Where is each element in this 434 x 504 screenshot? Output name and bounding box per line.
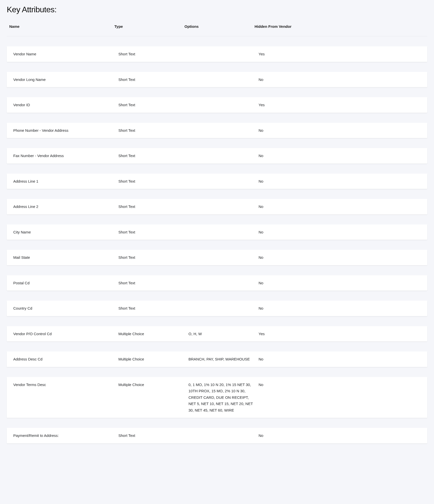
attribute-hidden: No [256, 76, 423, 83]
attribute-name: Payment/Remit to Address: [11, 432, 116, 439]
attribute-options: 0, 1 MO, 1% 10 N 20, 1% 15 NET 30, 10TH … [186, 382, 256, 414]
attribute-type: Short Text [116, 102, 186, 108]
attribute-hidden: No [256, 280, 423, 286]
header-name: Name [7, 24, 112, 29]
attribute-type: Short Text [116, 280, 186, 286]
table-header: Name Type Options Hidden From Vendor [7, 21, 427, 36]
attribute-name: Vendor P/O Control Cd [11, 331, 116, 337]
key-attributes-section: Key Attributes: Name Type Options Hidden… [7, 5, 427, 443]
attribute-name: Vendor ID [11, 102, 116, 108]
attribute-hidden: No [256, 432, 423, 439]
attribute-name: Postal Cd [11, 280, 116, 286]
attribute-type: Multiple Choice [116, 356, 186, 362]
attribute-rows: Vendor NameShort TextYesVendor Long Name… [7, 46, 427, 443]
attribute-hidden: No [256, 382, 423, 388]
attribute-row[interactable]: Mail StateShort TextNo [7, 250, 427, 265]
attribute-name: City Name [11, 229, 116, 235]
attribute-type: Multiple Choice [116, 331, 186, 337]
header-options: Options [182, 24, 252, 29]
attribute-row[interactable]: City NameShort TextNo [7, 224, 427, 240]
attribute-type: Short Text [116, 178, 186, 185]
attribute-hidden: No [256, 203, 423, 210]
section-title: Key Attributes: [7, 5, 427, 14]
attribute-row[interactable]: Payment/Remit to Address:Short TextNo [7, 428, 427, 443]
header-type: Type [112, 24, 182, 29]
attribute-type: Short Text [116, 76, 186, 83]
attribute-name: Vendor Terms Desc [11, 382, 116, 388]
attribute-row[interactable]: Fax Number - Vendor AddressShort TextNo [7, 148, 427, 164]
attribute-type: Short Text [116, 254, 186, 261]
attribute-row[interactable]: Phone Number - Vendor AddressShort TextN… [7, 123, 427, 138]
header-hidden: Hidden From Vendor [252, 24, 427, 29]
attribute-row[interactable]: Address Line 1Short TextNo [7, 174, 427, 189]
attribute-type: Short Text [116, 203, 186, 210]
attribute-name: Address Line 1 [11, 178, 116, 185]
attribute-hidden: No [256, 305, 423, 312]
attribute-hidden: No [256, 254, 423, 261]
attribute-hidden: Yes [256, 331, 423, 337]
attribute-options: BRANCH, PAY, SHIP, WAREHOUSE [186, 356, 256, 362]
attribute-name: Vendor Name [11, 51, 116, 57]
attribute-type: Short Text [116, 305, 186, 312]
attribute-row[interactable]: Country CdShort TextNo [7, 301, 427, 316]
attribute-hidden: Yes [256, 102, 423, 108]
attribute-row[interactable]: Postal CdShort TextNo [7, 275, 427, 291]
attribute-row[interactable]: Address Line 2Short TextNo [7, 199, 427, 214]
attribute-name: Vendor Long Name [11, 76, 116, 83]
attribute-row[interactable]: Vendor Long NameShort TextNo [7, 72, 427, 87]
attribute-hidden: No [256, 356, 423, 362]
attribute-row[interactable]: Address Desc CdMultiple ChoiceBRANCH, PA… [7, 351, 427, 367]
attribute-hidden: No [256, 178, 423, 185]
attribute-type: Short Text [116, 127, 186, 134]
attribute-name: Address Line 2 [11, 203, 116, 210]
attribute-row[interactable]: Vendor IDShort TextYes [7, 97, 427, 113]
attribute-type: Short Text [116, 432, 186, 439]
attribute-name: Address Desc Cd [11, 356, 116, 362]
attribute-name: Fax Number - Vendor Address [11, 153, 116, 159]
attribute-type: Short Text [116, 153, 186, 159]
attribute-row[interactable]: Vendor NameShort TextYes [7, 46, 427, 62]
attribute-options: O, H, W [186, 331, 256, 337]
attribute-name: Phone Number - Vendor Address [11, 127, 116, 134]
attribute-row[interactable]: Vendor Terms DescMultiple Choice0, 1 MO,… [7, 377, 427, 418]
attribute-hidden: No [256, 229, 423, 235]
attribute-name: Mail State [11, 254, 116, 261]
attribute-hidden: No [256, 153, 423, 159]
attribute-name: Country Cd [11, 305, 116, 312]
attribute-type: Short Text [116, 229, 186, 235]
attribute-type: Short Text [116, 51, 186, 57]
attribute-hidden: No [256, 127, 423, 134]
attribute-row[interactable]: Vendor P/O Control CdMultiple ChoiceO, H… [7, 326, 427, 342]
attribute-type: Multiple Choice [116, 382, 186, 388]
attribute-hidden: Yes [256, 51, 423, 57]
